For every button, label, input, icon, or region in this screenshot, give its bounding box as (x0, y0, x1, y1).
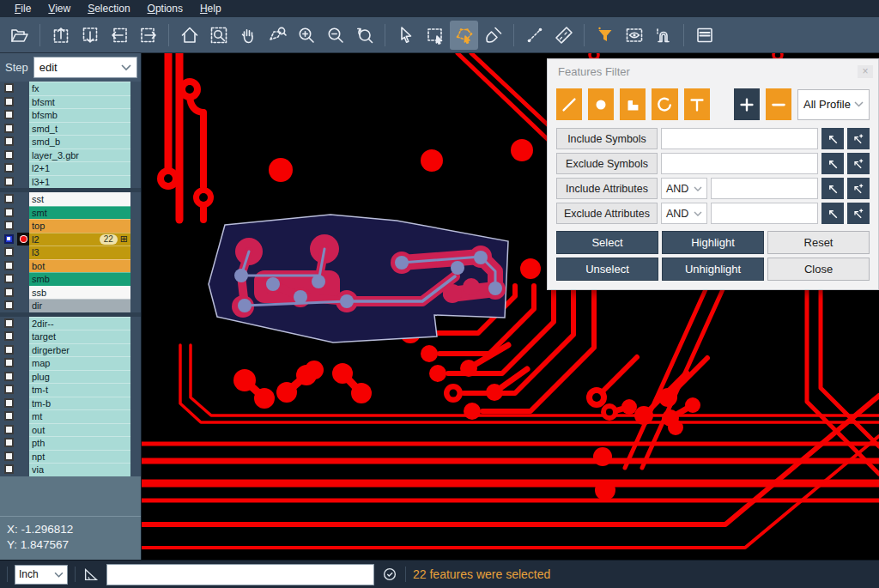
zoom-out-icon[interactable] (321, 21, 349, 50)
layer-checkbox[interactable] (4, 124, 14, 133)
layer-name-cell[interactable]: map (29, 356, 130, 370)
layer-row-sst[interactable]: sst (0, 192, 141, 206)
layer-name-cell[interactable]: npt (29, 450, 130, 464)
layer-checkbox[interactable] (4, 331, 14, 341)
include-attributes-logic-select[interactable]: AND (661, 178, 707, 199)
layer-checkbox[interactable] (4, 464, 14, 474)
layer-checkbox[interactable] (4, 136, 14, 146)
active-layer-indicator-cell[interactable] (17, 286, 29, 300)
layer-row-via[interactable]: via (0, 463, 141, 476)
active-layer-indicator-cell[interactable] (17, 206, 29, 220)
layer-checkbox[interactable] (4, 247, 14, 257)
layer-name-cell[interactable]: l222⊞ (29, 233, 130, 246)
layer-row-dir[interactable]: dir (0, 299, 141, 312)
layer-row-plug[interactable]: plug (0, 370, 141, 384)
pcb-canvas[interactable]: Features Filter × All Profile Include Sy… (142, 53, 879, 560)
arc-feature-icon[interactable] (652, 88, 677, 120)
layer-row-bot[interactable]: bot (0, 259, 141, 273)
zoom-area-icon[interactable] (263, 21, 291, 50)
menu-item-options[interactable]: Options (140, 0, 191, 17)
select-button[interactable]: Select (556, 231, 658, 254)
active-layer-indicator-cell[interactable] (17, 82, 29, 95)
export-up-icon[interactable] (46, 21, 75, 50)
menu-item-view[interactable]: View (40, 0, 78, 17)
menu-item-file[interactable]: File (7, 0, 39, 17)
layer-checkbox[interactable] (4, 274, 14, 283)
layer-checkbox[interactable] (4, 318, 14, 328)
filter-icon[interactable] (591, 21, 619, 50)
add-filter-icon[interactable] (734, 88, 760, 120)
layer-checkbox[interactable] (4, 372, 14, 381)
view-highlight-icon[interactable] (620, 21, 648, 50)
layer-row-bfsmt[interactable]: bfsmt (0, 95, 141, 109)
layer-checkbox[interactable] (4, 438, 14, 447)
measure-icon[interactable] (520, 21, 549, 50)
pad-feature-icon[interactable] (588, 88, 614, 120)
step-select[interactable]: edit (33, 57, 137, 78)
layer-row-smd_b[interactable]: smd_b (0, 135, 141, 149)
layer-row-dirgerber[interactable]: dirgerber (0, 343, 141, 357)
layer-name-cell[interactable]: bot (29, 259, 130, 273)
include-symbols-input[interactable] (661, 128, 818, 149)
layer-checkbox[interactable] (4, 288, 14, 297)
active-layer-indicator-cell[interactable] (17, 95, 29, 109)
remove-filter-icon[interactable] (766, 88, 791, 120)
shift-left-icon[interactable] (105, 21, 133, 50)
active-layer-indicator-cell[interactable] (17, 317, 29, 330)
active-layer-indicator-cell[interactable] (17, 135, 29, 149)
active-layer-indicator-cell[interactable] (17, 175, 29, 189)
layer-checkbox[interactable] (4, 398, 14, 408)
layer-checkbox[interactable] (4, 385, 14, 394)
close-icon[interactable]: × (858, 65, 873, 78)
menu-item-help[interactable]: Help (192, 0, 229, 17)
layer-name-cell[interactable]: pth (29, 436, 130, 450)
active-layer-indicator-cell[interactable] (17, 299, 29, 312)
layer-row-top[interactable]: top (0, 219, 141, 233)
layer-checkbox[interactable] (4, 194, 14, 203)
active-layer-indicator-cell[interactable] (17, 409, 29, 423)
layer-name-cell[interactable]: bfsmt (29, 95, 130, 109)
include-attributes-input[interactable] (711, 178, 818, 199)
layer-row-2dir--[interactable]: 2dir-- (0, 317, 141, 330)
angle-measure-icon[interactable] (82, 566, 100, 583)
active-layer-indicator-cell[interactable] (17, 423, 29, 437)
layer-name-cell[interactable]: layer_3.gbr (29, 149, 130, 162)
layer-row-pth[interactable]: pth (0, 436, 141, 450)
layer-row-map[interactable]: map (0, 356, 141, 370)
layer-checkbox[interactable] (4, 221, 14, 230)
ruler-icon[interactable] (549, 21, 578, 50)
active-layer-indicator-cell[interactable] (17, 219, 29, 233)
layer-name-cell[interactable]: smd_b (29, 135, 130, 149)
layer-name-cell[interactable]: l3 (29, 246, 130, 259)
layer-row-target[interactable]: target (0, 330, 141, 343)
include-symbols-button[interactable]: Include Symbols (556, 128, 658, 149)
select-cursor-icon[interactable] (391, 21, 420, 50)
unhighlight-button[interactable]: Unhighlight (662, 258, 764, 281)
active-layer-indicator-cell[interactable] (17, 161, 29, 175)
layer-row-out[interactable]: out (0, 423, 141, 437)
active-layer-indicator-cell[interactable] (17, 343, 29, 357)
pick-symbol-add-icon[interactable] (847, 128, 870, 149)
active-layer-indicator-cell[interactable] (17, 436, 29, 450)
reset-button[interactable]: Reset (767, 231, 870, 254)
layer-name-cell[interactable]: target (29, 330, 130, 343)
pick-symbol-add-icon[interactable] (847, 153, 870, 174)
exclude-symbols-input[interactable] (661, 153, 818, 174)
layer-checkbox[interactable] (4, 83, 14, 93)
pick-symbol-icon[interactable] (821, 128, 844, 149)
rect-select-icon[interactable] (421, 21, 449, 50)
zoom-in-icon[interactable] (292, 21, 320, 50)
exclude-symbols-button[interactable]: Exclude Symbols (556, 153, 658, 174)
layer-row-fx[interactable]: fx (0, 82, 141, 95)
import-down-icon[interactable] (76, 21, 104, 50)
layer-row-l2+1[interactable]: l2+1 (0, 161, 141, 175)
layer-checkbox[interactable] (4, 208, 14, 217)
active-layer-indicator-cell[interactable] (17, 108, 29, 122)
surface-feature-icon[interactable] (620, 88, 646, 120)
layer-name-cell[interactable]: mt (29, 409, 130, 423)
active-layer-indicator-cell[interactable] (17, 149, 29, 162)
zoom-previous-icon[interactable] (350, 21, 379, 50)
pick-attribute-add-icon[interactable] (847, 203, 870, 224)
layer-checkbox[interactable] (4, 358, 14, 367)
layer-row-npt[interactable]: npt (0, 450, 141, 464)
